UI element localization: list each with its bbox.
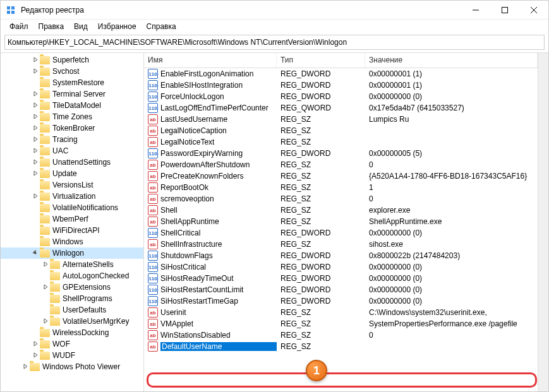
tree-item-label: Windows [52, 237, 83, 246]
folder-icon [40, 136, 50, 144]
value-row[interactable]: abLegalNoticeTextREG_SZ [144, 136, 538, 148]
col-header-type[interactable]: Тип [277, 53, 365, 68]
value-row[interactable]: abShellREG_SZexplorer.exe [144, 205, 538, 216]
values-list[interactable]: 110EnableFirstLogonAnimationREG_DWORD0x0… [144, 68, 538, 391]
value-type: REG_SZ [277, 183, 365, 192]
tree-item[interactable]: VolatileUserMgrKey [1, 316, 143, 327]
value-row[interactable]: abPreCreateKnownFoldersREG_SZ{A520A1A4-1… [144, 170, 538, 182]
value-row[interactable]: abLastUsedUsernameREG_SZLumpics Ru [144, 114, 538, 125]
value-row[interactable]: abVMAppletREG_SZSystemPropertiesPerforma… [144, 318, 538, 330]
vertical-scrollbar[interactable] [538, 53, 548, 391]
value-row[interactable]: abPowerdownAfterShutdownREG_SZ0 [144, 159, 538, 170]
menu-edit[interactable]: Правка [33, 21, 69, 32]
expand-icon[interactable] [31, 68, 40, 75]
tree-item[interactable]: SystemRestore [1, 77, 143, 88]
maximize-button[interactable] [490, 1, 519, 20]
tree-item[interactable]: GPExtensions [1, 282, 143, 293]
expand-icon[interactable] [31, 57, 40, 64]
expand-icon[interactable] [31, 125, 40, 132]
value-row[interactable]: 110SiHostRestartTimeGapREG_DWORD0x000000… [144, 295, 538, 307]
value-type: REG_SZ [277, 342, 365, 351]
tree-item[interactable]: WiFiDirectAPI [1, 225, 143, 236]
expand-icon[interactable] [31, 352, 40, 359]
tree-item[interactable]: Svchost [1, 66, 143, 77]
tree-item[interactable]: Windows Photo Viewer [1, 361, 143, 372]
tree-item[interactable]: UnattendSettings [1, 157, 143, 168]
expand-icon[interactable] [31, 148, 40, 155]
tree-item[interactable]: Time Zones [1, 111, 143, 122]
expand-icon[interactable] [41, 284, 50, 291]
tree-item[interactable]: VolatileNotifications [1, 202, 143, 213]
tree-item[interactable]: Superfetch [1, 54, 143, 66]
tree-item[interactable]: TokenBroker [1, 122, 143, 134]
tree-item[interactable]: VersionsList [1, 179, 143, 191]
tree-item[interactable]: Terminal Server [1, 88, 143, 100]
value-row[interactable]: 110ShellCriticalREG_DWORD0x00000000 (0) [144, 227, 538, 239]
tree-item[interactable]: ShellPrograms [1, 293, 143, 304]
tree-item[interactable]: AutoLogonChecked [1, 270, 143, 282]
tree-item[interactable]: TileDataModel [1, 100, 143, 111]
collapse-icon[interactable] [31, 250, 40, 257]
value-row[interactable]: abShellAppRuntimeREG_SZShellAppRuntime.e… [144, 216, 538, 227]
expand-icon[interactable] [31, 170, 40, 177]
value-row[interactable]: 110SiHostRestartCountLimitREG_DWORD0x000… [144, 284, 538, 295]
expand-icon[interactable] [41, 318, 50, 325]
col-header-name[interactable]: Имя [144, 53, 277, 68]
content: SuperfetchSvchostSystemRestoreTerminal S… [1, 52, 548, 391]
value-row[interactable]: abUserinitREG_SZC:\Windows\system32\user… [144, 307, 538, 318]
value-row[interactable]: 110ForceUnlockLogonREG_DWORD0x00000000 (… [144, 91, 538, 102]
menu-favorites[interactable]: Избранное [93, 21, 142, 32]
minimize-button[interactable] [461, 1, 490, 20]
tree-item[interactable]: Virtualization [1, 191, 143, 202]
value-data: 0 [365, 331, 538, 340]
value-row[interactable]: 110ShutdownFlagsREG_DWORD0x8000022b (214… [144, 250, 538, 261]
expand-icon[interactable] [31, 341, 40, 348]
tree-item[interactable]: AlternateShells [1, 259, 143, 270]
expand-icon[interactable] [31, 136, 40, 143]
tree-item[interactable]: Windows [1, 236, 143, 247]
annotation-callout: 1 [306, 360, 327, 381]
close-button[interactable] [519, 1, 548, 20]
address-bar[interactable]: Компьютер\HKEY_LOCAL_MACHINE\SOFTWARE\Mi… [4, 35, 545, 50]
value-row[interactable]: 110EnableFirstLogonAnimationREG_DWORD0x0… [144, 68, 538, 80]
value-name: DefaultUserName [160, 342, 277, 351]
value-data: 0x00000000 (0) [365, 229, 538, 237]
tree-item[interactable]: WOF [1, 338, 143, 350]
tree-item[interactable]: Tracing [1, 134, 143, 145]
tree-item[interactable]: UserDefaults [1, 304, 143, 316]
value-type: REG_QWORD [277, 104, 365, 112]
tree-item[interactable]: Winlogon [1, 247, 143, 259]
tree-panel[interactable]: SuperfetchSvchostSystemRestoreTerminal S… [1, 53, 144, 391]
value-row[interactable]: 110PasswordExpiryWarningREG_DWORD0x00000… [144, 148, 538, 159]
expand-icon[interactable] [31, 102, 40, 109]
expand-icon[interactable] [41, 261, 50, 268]
value-row[interactable]: 110LastLogOffEndTimePerfCounterREG_QWORD… [144, 102, 538, 114]
tree-item[interactable]: Update [1, 168, 143, 179]
menu-file[interactable]: Файл [4, 21, 33, 32]
expand-icon[interactable] [31, 114, 40, 121]
tree-item[interactable]: WbemPerf [1, 213, 143, 225]
menu-help[interactable]: Справка [142, 21, 181, 32]
value-row[interactable]: abReportBootOkREG_SZ1 [144, 182, 538, 193]
value-row[interactable]: abShellInfrastructureREG_SZsihost.exe [144, 239, 538, 250]
value-type: REG_DWORD [277, 297, 365, 306]
value-row[interactable]: 110SiHostCriticalREG_DWORD0x00000000 (0) [144, 261, 538, 273]
tree-item[interactable]: UAC [1, 145, 143, 157]
value-row[interactable]: 110EnableSIHostIntegrationREG_DWORD0x000… [144, 80, 538, 91]
value-row[interactable]: abLegalNoticeCaptionREG_SZ [144, 125, 538, 136]
expand-icon[interactable] [31, 159, 40, 166]
expand-icon[interactable] [31, 193, 40, 200]
expand-icon[interactable] [21, 364, 30, 371]
menu-view[interactable]: Вид [69, 21, 93, 32]
value-row[interactable]: abscremoveoptionREG_SZ0 [144, 193, 538, 205]
folder-icon [40, 158, 50, 167]
col-header-value[interactable]: Значение [365, 53, 538, 68]
value-row[interactable]: abDefaultUserNameREG_SZ [144, 341, 538, 352]
tree-item[interactable]: WUDF [1, 350, 143, 361]
value-row[interactable]: 110SiHostReadyTimeOutREG_DWORD0x00000000… [144, 273, 538, 284]
value-type: REG_SZ [277, 160, 365, 169]
value-row[interactable]: abWinStationsDisabledREG_SZ0 [144, 330, 538, 341]
tree-item-label: AlternateShells [63, 260, 114, 269]
expand-icon[interactable] [31, 91, 40, 98]
tree-item[interactable]: WirelessDocking [1, 327, 143, 338]
